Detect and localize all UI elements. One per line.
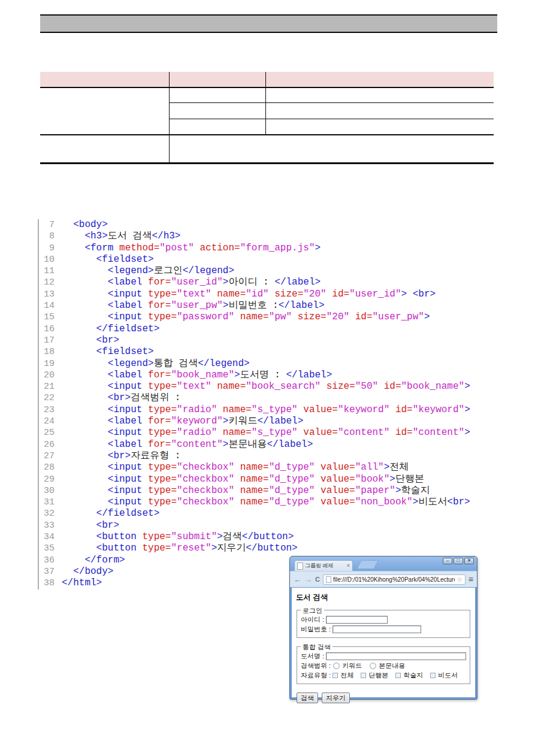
- radio-content[interactable]: [370, 663, 376, 669]
- code-text: <label for="content">본문내용</label>: [62, 439, 313, 450]
- reload-button[interactable]: C: [315, 576, 320, 583]
- line-number: 17: [39, 335, 62, 346]
- close-button[interactable]: ✕: [464, 558, 474, 564]
- browser-toolbar: ← → C file:///D:/01%20Kihong%20Park/04%2…: [290, 571, 477, 587]
- table-header-cell: [265, 72, 494, 87]
- line-number: 36: [39, 555, 62, 566]
- code-text: <br>검색범위 :: [62, 392, 180, 404]
- line-number: 28: [39, 462, 62, 473]
- checkbox-all[interactable]: [333, 673, 338, 678]
- checkbox-paper[interactable]: [395, 673, 401, 678]
- checkbox-all-label: 전체: [340, 671, 353, 680]
- line-number: 25: [39, 427, 62, 439]
- tab-favicon-icon: [297, 563, 303, 570]
- bookmark-star-icon[interactable]: ☆: [457, 576, 463, 583]
- new-tab-button[interactable]: [356, 560, 379, 569]
- code-line: 22 <br>검색범위 :: [39, 392, 512, 404]
- table-header-cell: [40, 72, 169, 87]
- checkbox-nonbook[interactable]: [430, 673, 436, 678]
- code-line: 35 <button type="reset">지우기</button>: [39, 543, 512, 554]
- code-text: <br>자료유형 :: [62, 450, 180, 462]
- page: 7 <body>8 <h3>도서 검색</h3>9 <form method="…: [0, 0, 535, 756]
- table-grid-line: [169, 72, 170, 164]
- page-icon: [326, 576, 331, 583]
- code-text: <legend>통합 검색</legend>: [62, 358, 250, 370]
- book-label: 도서명 :: [301, 652, 324, 661]
- id-input[interactable]: [326, 616, 388, 624]
- code-text: <legend>로그인</legend>: [62, 265, 234, 277]
- code-line: 16 </fieldset>: [39, 323, 512, 335]
- line-number: 34: [39, 531, 62, 543]
- code-line: 12 <label for="user_id">아이디 : </label>: [39, 277, 512, 288]
- code-text: </fieldset>: [62, 323, 159, 335]
- browser-window: – □ ✕ 그룹핑 예제 × ← → C file:///D:/01%20Kih…: [289, 556, 477, 700]
- code-text: <input type="password" name="pw" size="2…: [62, 312, 430, 323]
- code-text: <label for="keyword">키워드</label>: [62, 416, 303, 427]
- tab-close-icon[interactable]: ×: [347, 563, 350, 568]
- code-line: 28 <input type="checkbox" name="d_type" …: [39, 462, 512, 473]
- line-number: 18: [39, 346, 62, 358]
- code-text: </html>: [62, 577, 102, 589]
- code-text: <input type="text" name="id" size="20" i…: [62, 289, 436, 300]
- url-text: file:///D:/01%20Kihong%20Park/04%20Lectu…: [333, 576, 455, 583]
- code-line: 15 <input type="password" name="pw" size…: [39, 312, 512, 323]
- book-input[interactable]: [326, 652, 466, 660]
- id-label: 아이디 :: [301, 615, 324, 624]
- code-line: 24 <label for="keyword">키워드</label>: [39, 416, 512, 427]
- code-line: 26 <label for="content">본문내용</label>: [39, 439, 512, 450]
- line-number: 26: [39, 439, 62, 450]
- line-number: 20: [39, 370, 62, 381]
- line-number: 7: [39, 219, 62, 231]
- code-text: </body>: [62, 566, 113, 577]
- line-number: 32: [39, 508, 62, 519]
- line-number: 8: [39, 231, 62, 242]
- back-button[interactable]: ←: [294, 576, 301, 583]
- code-line: 14 <label for="user_pw">비밀번호 :</label>: [39, 300, 512, 312]
- radio-keyword[interactable]: [333, 663, 340, 669]
- radio-keyword-label: 키워드: [342, 661, 362, 670]
- code-line: 27 <br>자료유형 :: [39, 450, 512, 462]
- checkbox-nonbook-label: 비도서: [438, 671, 458, 680]
- line-number: 33: [39, 520, 62, 531]
- code-text: <input type="checkbox" name="d_type" val…: [62, 462, 409, 473]
- line-number: 37: [39, 566, 62, 577]
- pw-input[interactable]: [333, 625, 421, 633]
- table-grid-line: [169, 119, 494, 119]
- checkbox-book-label: 단행본: [368, 671, 388, 680]
- code-text: </form>: [62, 555, 125, 566]
- line-number: 13: [39, 289, 62, 300]
- header-bar: [40, 14, 497, 33]
- browser-tab[interactable]: 그룹핑 예제 ×: [294, 560, 353, 571]
- code-text: <button type="submit">검색</button>: [62, 531, 294, 543]
- minimize-button[interactable]: –: [443, 558, 452, 564]
- omnibox[interactable]: file:///D:/01%20Kihong%20Park/04%20Lectu…: [323, 574, 466, 585]
- radio-content-label: 본문내용: [379, 661, 405, 670]
- checkbox-book[interactable]: [361, 673, 366, 678]
- reset-button[interactable]: 지우기: [322, 693, 350, 703]
- line-number: 21: [39, 381, 62, 392]
- code-text: <br>: [62, 520, 119, 531]
- maximize-button[interactable]: □: [454, 558, 463, 564]
- code-line: 10 <fieldset>: [39, 254, 512, 265]
- code-text: <label for="book_name">도서명 : </label>: [62, 370, 332, 381]
- code-line: 23 <input type="radio" name="s_type" val…: [39, 404, 512, 416]
- line-number: 19: [39, 358, 62, 370]
- search-legend: 통합 검색: [301, 643, 333, 652]
- code-listing: 7 <body>8 <h3>도서 검색</h3>9 <form method="…: [39, 219, 512, 589]
- line-number: 12: [39, 277, 62, 288]
- line-number: 11: [39, 265, 62, 277]
- code-text: <fieldset>: [62, 254, 154, 265]
- code-line: 31 <input type="checkbox" name="d_type" …: [39, 497, 512, 508]
- code-line: 13 <input type="text" name="id" size="20…: [39, 289, 512, 300]
- code-line: 9 <form method="post" action="form_app.j…: [39, 243, 512, 254]
- code-line: 17 <br>: [39, 335, 512, 346]
- button-row: 검색 지우기: [297, 693, 471, 703]
- code-line: 29 <input type="checkbox" name="d_type" …: [39, 474, 512, 485]
- menu-icon[interactable]: ≡: [468, 575, 473, 583]
- code-line: 32 </fieldset>: [39, 508, 512, 519]
- maximize-icon: □: [457, 558, 460, 563]
- line-number: 10: [39, 254, 62, 265]
- forward-button[interactable]: →: [304, 576, 312, 583]
- code-line: 11 <legend>로그인</legend>: [39, 265, 512, 277]
- search-button[interactable]: 검색: [297, 693, 318, 703]
